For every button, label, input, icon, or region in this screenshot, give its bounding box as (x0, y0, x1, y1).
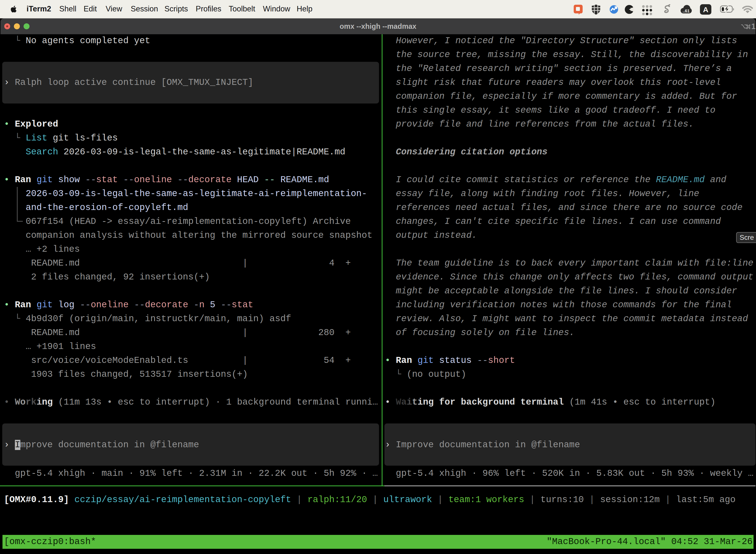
svg-text:A: A (703, 5, 708, 14)
svg-text:..61: ..61 (683, 9, 690, 13)
